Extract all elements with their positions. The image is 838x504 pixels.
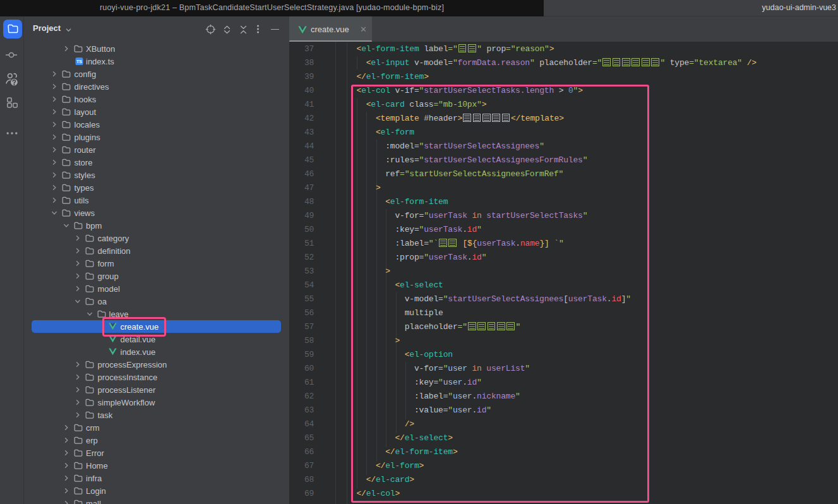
svg-text:TS: TS [76,59,81,64]
